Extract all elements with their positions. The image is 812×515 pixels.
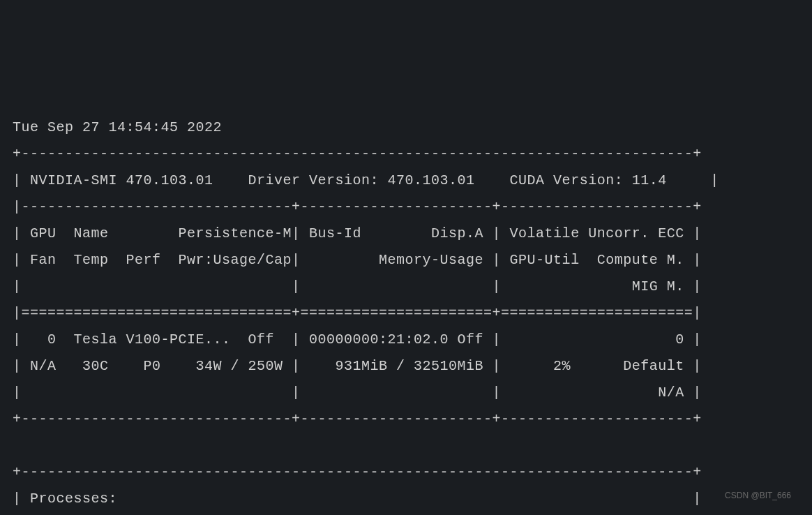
gpu-data-row-3: | | | N/A |: [13, 385, 702, 401]
header-row-3: | | | MIG M. |: [13, 278, 702, 294]
watermark-text: CSDN @BIT_666: [725, 488, 791, 504]
proc-title-row: | Processes: |: [13, 491, 702, 507]
nvidia-smi-output: Tue Sep 27 14:54:45 2022 +--------------…: [13, 114, 799, 515]
divider: |-------------------------------+-------…: [13, 199, 702, 215]
border-bottom: +-------------------------------+-------…: [13, 411, 702, 427]
gpu-data-row-1: | 0 Tesla V100-PCIE... Off | 00000000:21…: [13, 331, 702, 348]
version-row: | NVIDIA-SMI 470.103.01 Driver Version: …: [13, 172, 719, 188]
divider-equals: |===============================+=======…: [13, 305, 702, 321]
header-row-2: | Fan Temp Perf Pwr:Usage/Cap| Memory-Us…: [13, 252, 702, 268]
border-top: +---------------------------------------…: [13, 146, 702, 162]
header-row-1: | GPU Name Persistence-M| Bus-Id Disp.A …: [13, 225, 702, 241]
timestamp: Tue Sep 27 14:54:45 2022: [13, 119, 222, 135]
gpu-data-row-2: | N/A 30C P0 34W / 250W | 931MiB / 32510…: [13, 358, 702, 374]
proc-border-top: +---------------------------------------…: [13, 464, 702, 480]
